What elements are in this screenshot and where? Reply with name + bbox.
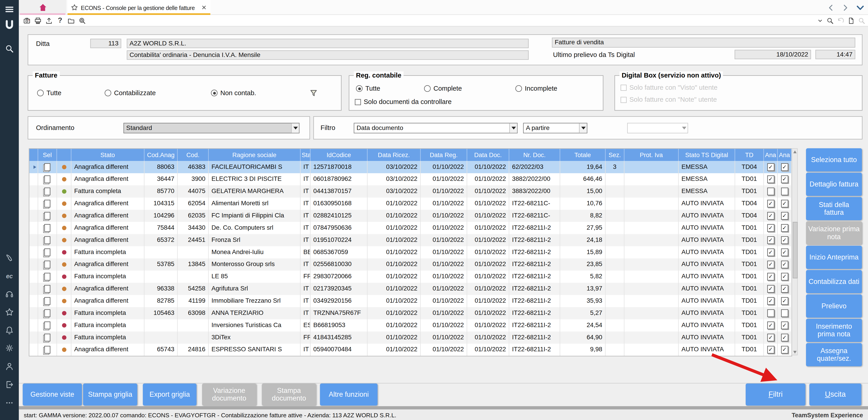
column-header-cod[interactable]: Cod. [178,149,209,161]
filtro-modo-select[interactable]: A partire [523,123,587,133]
column-header-ana1[interactable]: Ana [764,149,778,161]
checkbox-box[interactable] [355,99,361,105]
zoom-document-icon[interactable] [79,17,86,24]
radio-circle[interactable] [515,85,522,92]
table-row[interactable]: Fattura incompleta10546363098ANNA TERZIA… [29,307,792,320]
ana-checkbox[interactable] [767,309,774,317]
column-header-dot[interactable] [57,149,71,161]
ana-checkbox[interactable]: ✓ [767,175,774,183]
radio-circle[interactable] [424,85,431,92]
table-row[interactable]: Anagrafica different6537224451Fronza Srl… [29,234,792,246]
side-button-inserimento-prima-nota[interactable]: Inserimento prima nota [806,319,862,342]
chevron-down-icon[interactable] [856,3,865,12]
ana-checkbox[interactable]: ✓ [767,346,774,354]
search-icon[interactable] [5,44,14,53]
radio-tutte[interactable]: Tutte [356,85,380,92]
ordinamento-select[interactable]: Standard [123,123,300,133]
ana-checkbox[interactable]: ✓ [781,236,788,244]
radio-complete[interactable]: Complete [424,85,462,92]
ana-checkbox[interactable]: ✓ [767,273,774,280]
scrollbar-thumb[interactable] [793,222,798,278]
gear-icon[interactable] [5,343,14,352]
table-row[interactable]: Anagrafica different9633854258Agrifutura… [29,283,792,295]
search-light-icon[interactable] [858,17,865,24]
ana-checkbox[interactable]: ✓ [767,236,774,244]
logout-icon[interactable] [5,380,14,389]
radio-tutte[interactable]: Tutte [37,89,61,97]
row-select-checkbox[interactable] [44,285,51,293]
help-icon[interactable]: ? [57,17,64,24]
radio-contabilizzate[interactable]: Contabilizzate [105,89,156,97]
column-header-sez[interactable]: Sez. [606,149,624,161]
table-scrollbar[interactable] [792,148,798,355]
radio-circle[interactable] [37,90,43,96]
row-select-checkbox[interactable] [44,273,51,280]
row-select-checkbox[interactable] [44,236,51,244]
ana-checkbox[interactable] [767,188,774,195]
side-button-contabilizza-dati[interactable]: Contabilizza dati [806,270,862,293]
ana-checkbox[interactable]: ✓ [781,334,788,341]
dropdown-arrow-icon[interactable] [509,123,517,133]
side-button-stati-della-fattura[interactable]: Stati della fattura [806,197,862,220]
column-header-ricez[interactable]: Data Ricez. [368,149,421,161]
bell-icon[interactable] [5,326,14,335]
side-button-dettaglio-fattura[interactable]: Dettaglio fattura [806,173,862,196]
table-row[interactable]: Anagrafica different7584434430De. Co. Co… [29,222,792,234]
ana-checkbox[interactable] [781,309,788,317]
row-select-checkbox[interactable] [44,163,51,171]
tab-econs[interactable]: ECONS - Console per la gestione delle fa… [68,0,211,15]
filtro-campo-select[interactable]: Data documento [354,123,518,133]
action-button-filtri[interactable]: Filtri [746,383,805,406]
camera-icon[interactable] [23,17,31,24]
row-select-checkbox[interactable] [44,188,51,195]
hamburger-icon[interactable] [4,4,14,14]
bottom-button-export-griglia[interactable]: Export griglia [143,383,197,406]
column-header-stato[interactable]: Stato [71,149,145,161]
column-header-ana2[interactable]: Ana [778,149,792,161]
table-row[interactable]: Fattura incompletaInversiones Turisticas… [29,319,792,331]
folder-icon[interactable] [68,17,75,24]
ana-checkbox[interactable]: ✓ [781,248,788,256]
row-select-checkbox[interactable] [44,175,51,183]
bottom-button-gestione-viste[interactable]: Gestione viste [23,383,82,406]
row-select-checkbox[interactable] [44,261,51,268]
side-button-seleziona-tutto[interactable]: Seleziona tutto [806,148,862,172]
column-header-codAnag[interactable]: Cod.Anag [145,149,178,161]
radio-circle[interactable] [211,90,217,96]
more-dots-icon[interactable] [5,398,14,407]
column-header-doc[interactable]: Data Doc. [467,149,509,161]
ana-checkbox[interactable]: ✓ [767,334,774,341]
filtro-valore-select[interactable] [627,123,688,133]
side-button-prelievo[interactable]: Prelievo [806,294,862,318]
column-header-ts[interactable]: Stato TS Digital [679,149,735,161]
chevron-right-icon[interactable] [841,4,849,11]
ana-checkbox[interactable]: ✓ [781,200,788,208]
table-row[interactable]: Anagrafica different364473900ELECTRIC 3 … [29,173,792,185]
ana-checkbox[interactable]: ✓ [767,261,774,268]
table-row[interactable]: Fattura completa8577044075GELATERIA MARG… [29,185,792,198]
radio-circle[interactable] [105,90,111,96]
radio-incomplete[interactable]: Incomplete [515,85,557,92]
action-button-uscita[interactable]: Uscita [809,383,861,406]
ana-checkbox[interactable]: ✓ [781,175,788,183]
ditta-name-field[interactable]: A2Z WORLD S.R.L. [127,39,529,48]
column-header-tot[interactable]: Totale [560,149,606,161]
ana-checkbox[interactable]: ✓ [781,261,788,268]
ana-checkbox[interactable]: ✓ [767,200,774,208]
ana-checkbox[interactable]: ✓ [781,163,788,171]
ana-checkbox[interactable]: ✓ [767,248,774,256]
ana-checkbox[interactable]: ✓ [767,212,774,220]
star-icon[interactable] [5,308,14,317]
row-select-checkbox[interactable] [44,334,51,341]
tipo-fatture-field[interactable]: Fatture di vendita [552,37,855,48]
ana-checkbox[interactable]: ✓ [767,297,774,305]
side-button-inizio-anteprima[interactable]: Inizio Anteprima [806,246,862,269]
table-row[interactable]: Anagrafica different5378513845Monterosso… [29,259,792,271]
column-header-prot[interactable]: Prot. Iva [624,149,679,161]
phone-icon[interactable] [5,253,14,262]
table-row[interactable]: Anagrafica different10429662035FC Impian… [29,210,792,222]
document-icon[interactable] [847,17,855,24]
dropdown-arrow-icon[interactable] [291,123,299,133]
column-header-ind[interactable] [29,149,38,161]
ana-checkbox[interactable]: ✓ [781,224,788,232]
